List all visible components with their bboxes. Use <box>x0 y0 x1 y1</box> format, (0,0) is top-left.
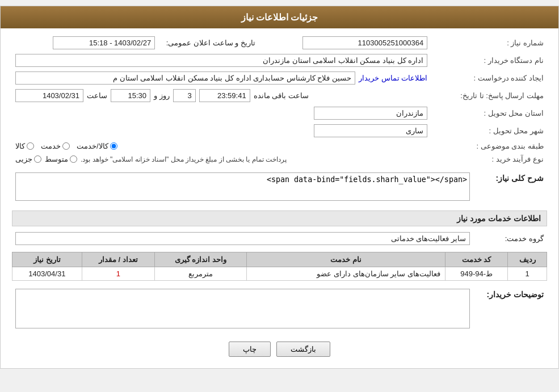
tabaqe-kalaKhedmat-item[interactable]: کالا/خدمت <box>77 142 117 150</box>
page-header: جزئیات اطلاعات نیاز <box>1 6 558 28</box>
sharh-table: شرح کلی نیاز: <span data-bind="fields.sh… <box>12 170 547 205</box>
sharh-textarea[interactable]: <span data-bind="fields.sharh_value"></s… <box>15 172 470 201</box>
tarikh-value: 1403/02/27 - 15:18 <box>53 36 155 49</box>
farayand-jozvi-label: جزیی <box>15 155 32 163</box>
cell-vahed: مترمربع <box>154 267 246 281</box>
shahr-tahvil-label: شهر محل تحویل : <box>431 122 547 140</box>
towzihat-table: توضیحات خریدار: <box>12 286 547 332</box>
nam-dastgah-label: نام دستگاه خریدار : <box>431 52 547 69</box>
tabaqe-bandi-label: طبقه بندی موضوعی : <box>431 140 547 153</box>
cell-nam-khedmat: فعالیت‌های سایر سازمان‌های دارای عضو <box>246 267 445 281</box>
groh-table: گروه خدمت: سایر فعالیت‌های خدماتی <box>12 230 547 247</box>
towzihat-label: توضیحات خریدار: <box>486 290 544 299</box>
col-tedad: تعداد / مقدار <box>82 252 154 267</box>
farayand-jozvi-item[interactable]: جزیی <box>15 155 41 163</box>
shomare-niaz-label: شماره نیاز : <box>431 34 547 52</box>
cell-tarikh: 1403/04/31 <box>12 267 82 281</box>
mohlat-date: 1403/02/31 <box>15 89 83 102</box>
cell-tedad: 1 <box>82 267 154 281</box>
tabaqe-khedmat-radio[interactable] <box>62 142 70 150</box>
back-button[interactable]: بازگشت <box>276 342 330 357</box>
col-nam-khedmat: نام خدمت <box>246 252 445 267</box>
shomare-niaz-value: 1103005251000364 <box>302 36 427 49</box>
main-info-table: شماره نیاز : 1103005251000364 تاریخ و سا… <box>12 34 547 166</box>
col-radif: ردیف <box>508 252 547 267</box>
khadamat-section-header: اطلاعات خدمات مورد نیاز <box>12 210 547 226</box>
col-kod-khedmat: کد خدمت <box>445 252 507 267</box>
farayand-jozvi-radio[interactable] <box>34 155 41 163</box>
farayand-motevaset-item[interactable]: متوسط <box>45 155 77 163</box>
noe-farayand-label: نوع فرآیند خرید : <box>431 153 547 166</box>
tabaqe-kalakhedmat-label: کالا/خدمت <box>77 142 108 150</box>
ijad-konande-value: حسین فلاح کارشناس حسابداری اداره کل بنیا… <box>15 71 355 85</box>
nam-dastgah-value: اداره کل بنیاد مسکن انقلاب اسلامی استان … <box>15 54 427 67</box>
mohlat-ersal-label: مهلت ارسال پاسخ: تا تاریخ: <box>431 87 547 104</box>
tabaqe-kala-label: کالا <box>15 142 25 150</box>
ostan-tahvil-label: استان محل تحویل : <box>431 104 547 122</box>
groh-khedmat-value: سایر فعالیت‌های خدماتی <box>15 232 470 245</box>
towzihat-textarea[interactable] <box>15 289 470 328</box>
sharh-label: شرح کلی نیاز: <box>496 174 544 183</box>
farayand-motevaset-radio[interactable] <box>70 155 77 163</box>
cell-radif: 1 <box>508 267 547 281</box>
tabaqe-khedmat-label: خدمت <box>41 142 61 150</box>
print-button[interactable]: چاپ <box>229 342 271 357</box>
ijad-konande-label: ایجاد کننده درخواست : <box>431 69 547 87</box>
ettelaat-tamas-link[interactable]: اطلاعات تماس خریدار <box>359 74 427 82</box>
mohlat-mande: 23:59:41 <box>199 89 250 102</box>
tabaqe-kala-radio[interactable] <box>27 142 34 150</box>
page-title: جزئیات اطلاعات نیاز <box>241 12 318 22</box>
tarikh-label: تاریخ و ساعت اعلان عمومی: <box>166 39 255 47</box>
farayand-motevaset-label: متوسط <box>45 155 68 163</box>
col-vahed: واحد اندازه گیری <box>154 252 246 267</box>
cell-kod-khedmat: ط-94-949 <box>445 267 507 281</box>
mohlat-mande-label: ساعت باقی مانده <box>254 91 309 100</box>
services-table: ردیف کد خدمت نام خدمت واحد اندازه گیری ت… <box>12 252 547 281</box>
col-tarikh: تاریخ نیاز <box>12 252 82 267</box>
groh-khedmat-label: گروه خدمت: <box>505 234 544 243</box>
farayand-note: پرداخت تمام یا بخشی از مبلغ خریداز محل "… <box>81 155 287 163</box>
bottom-buttons: بازگشت چاپ <box>12 342 547 357</box>
tabaqe-khedmat-item[interactable]: خدمت <box>41 142 70 150</box>
mohlat-saat-label: ساعت <box>87 91 107 100</box>
tabaqe-kalakhedmat-radio[interactable] <box>110 142 117 150</box>
tabaqe-kala-item[interactable]: کالا <box>15 142 34 150</box>
tabaqe-radio-group: کالا خدمت کالا/خدمت <box>15 142 427 150</box>
mohlat-roz-label: روز و <box>154 91 170 100</box>
mohlat-saat-value: 15:30 <box>111 89 150 102</box>
table-row: 1 ط-94-949 فعالیت‌های سایر سازمان‌های دا… <box>12 267 547 281</box>
shahr-tahvil-value: ساری <box>314 124 427 137</box>
mohlat-roz-value: 3 <box>173 89 196 102</box>
ostan-tahvil-value: مازندران <box>314 107 427 120</box>
